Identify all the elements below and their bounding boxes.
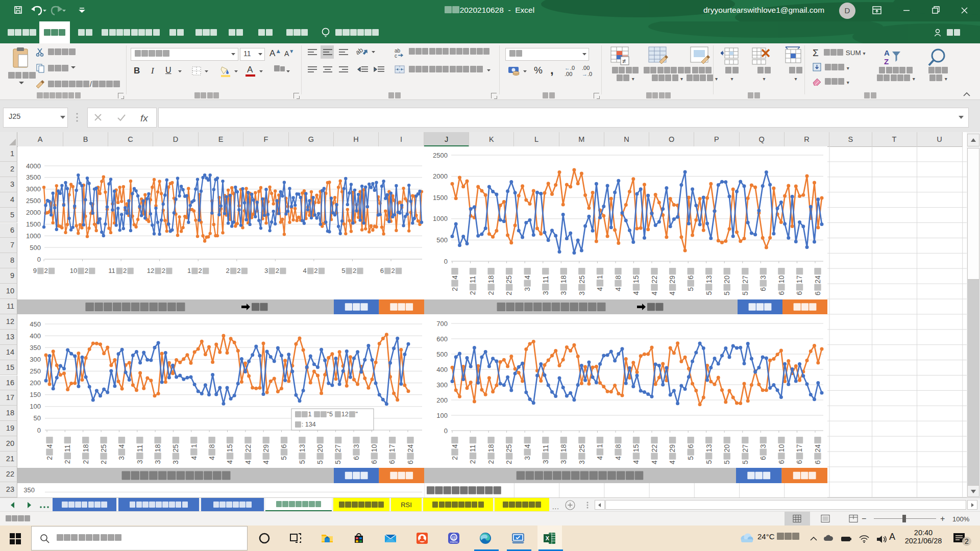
svg-text:500: 500	[30, 244, 41, 252]
svg-text:15: 15	[226, 444, 234, 452]
svg-text:5: 5	[298, 460, 306, 464]
svg-text:4: 4	[596, 456, 604, 460]
svg-text:450: 450	[30, 320, 41, 328]
svg-text:20: 20	[723, 444, 731, 453]
svg-text:4: 4	[668, 460, 676, 464]
svg-text:10: 10	[777, 444, 786, 452]
svg-text:4: 4	[523, 275, 531, 279]
svg-text:6: 6	[759, 456, 767, 460]
svg-text:600: 600	[436, 335, 448, 343]
svg-text:200: 200	[436, 396, 448, 404]
svg-text:15: 15	[632, 444, 640, 452]
svg-text:4: 4	[614, 456, 622, 460]
svg-text:17: 17	[795, 275, 803, 283]
svg-text:1: 1	[190, 444, 198, 448]
svg-text:4: 4	[226, 460, 234, 464]
svg-text:2000: 2000	[433, 172, 448, 180]
svg-text:1000: 1000	[26, 232, 41, 240]
svg-text:3500: 3500	[26, 173, 41, 181]
svg-text:29: 29	[668, 276, 676, 284]
svg-text:50: 50	[34, 414, 41, 422]
svg-text:18: 18	[82, 444, 90, 452]
svg-text:3: 3	[352, 444, 360, 448]
svg-text:@: @	[451, 535, 456, 540]
svg-text:2: 2	[505, 291, 513, 295]
svg-text:2: 2	[505, 460, 513, 464]
svg-text:4: 4	[650, 460, 658, 464]
svg-text:3: 3	[559, 460, 568, 464]
svg-text:2000: 2000	[26, 209, 41, 216]
svg-text:25: 25	[578, 276, 586, 284]
svg-text:c: c	[395, 53, 397, 59]
svg-text:150: 150	[30, 391, 41, 398]
svg-text:8: 8	[614, 275, 622, 279]
svg-text:1000: 1000	[433, 215, 448, 222]
svg-text:": "	[356, 411, 358, 418]
svg-text:1: 1	[596, 444, 604, 448]
svg-text:6: 6	[406, 460, 414, 464]
svg-text:100: 100	[436, 412, 448, 419]
svg-text:6: 6	[814, 291, 822, 295]
svg-text:0: 0	[444, 427, 448, 435]
svg-text:3: 3	[117, 456, 126, 460]
svg-text:3: 3	[578, 291, 586, 295]
svg-text:1500: 1500	[26, 220, 41, 228]
svg-text:2: 2	[353, 267, 356, 274]
svg-text:29: 29	[262, 444, 270, 453]
svg-text:400: 400	[436, 366, 448, 373]
svg-text:6: 6	[814, 460, 822, 464]
svg-text:22: 22	[650, 276, 658, 284]
svg-text:4: 4	[262, 460, 270, 464]
svg-text:2: 2	[100, 460, 108, 464]
svg-text:3000: 3000	[26, 185, 41, 193]
svg-text:24: 24	[406, 444, 414, 453]
svg-text:2: 2	[451, 287, 459, 291]
svg-text:menu: menu	[450, 540, 457, 543]
svg-text:X: X	[546, 535, 550, 541]
svg-text:4: 4	[523, 444, 531, 448]
svg-text:3: 3	[759, 444, 767, 448]
svg-text:2: 2	[44, 267, 48, 274]
svg-text:3: 3	[559, 291, 568, 295]
svg-text:8: 8	[614, 444, 622, 448]
svg-text:11: 11	[469, 444, 477, 452]
svg-text:22: 22	[244, 444, 252, 453]
svg-text:4000: 4000	[26, 162, 41, 170]
svg-text:18: 18	[559, 275, 568, 283]
svg-text:27: 27	[741, 444, 749, 453]
svg-text:4: 4	[117, 444, 126, 448]
svg-text:2: 2	[123, 267, 127, 274]
svg-text:1500: 1500	[433, 194, 448, 202]
svg-text:5: 5	[316, 460, 324, 464]
svg-text:20: 20	[316, 444, 324, 453]
svg-text:2: 2	[276, 267, 279, 274]
svg-text:11: 11	[542, 276, 550, 283]
svg-text:6: 6	[795, 291, 803, 295]
svg-text:"5: "5	[327, 411, 333, 418]
svg-text:4: 4	[632, 291, 640, 295]
svg-text:25: 25	[172, 444, 180, 453]
svg-text:5: 5	[687, 287, 695, 291]
svg-text:25: 25	[505, 276, 513, 284]
svg-text:13: 13	[705, 444, 713, 452]
svg-text:4: 4	[632, 460, 640, 464]
svg-text:24: 24	[814, 276, 822, 284]
svg-text:6: 6	[777, 460, 786, 464]
svg-text:8: 8	[208, 444, 216, 448]
svg-text:6: 6	[388, 460, 396, 464]
svg-text:6: 6	[370, 460, 378, 464]
svg-text:25: 25	[578, 444, 586, 453]
svg-text:18: 18	[559, 444, 568, 452]
svg-text:6: 6	[759, 287, 767, 291]
svg-text:5: 5	[705, 291, 713, 295]
svg-text:5: 5	[334, 460, 342, 464]
svg-text:5: 5	[280, 456, 288, 460]
svg-text:0: 0	[37, 427, 41, 434]
svg-text:4: 4	[668, 291, 676, 295]
svg-text:ab: ab	[356, 46, 364, 57]
svg-text:5: 5	[741, 291, 749, 295]
svg-text:5: 5	[341, 267, 345, 274]
svg-text:3: 3	[542, 460, 550, 464]
svg-text:12: 12	[341, 411, 349, 418]
svg-text:3: 3	[264, 267, 268, 274]
